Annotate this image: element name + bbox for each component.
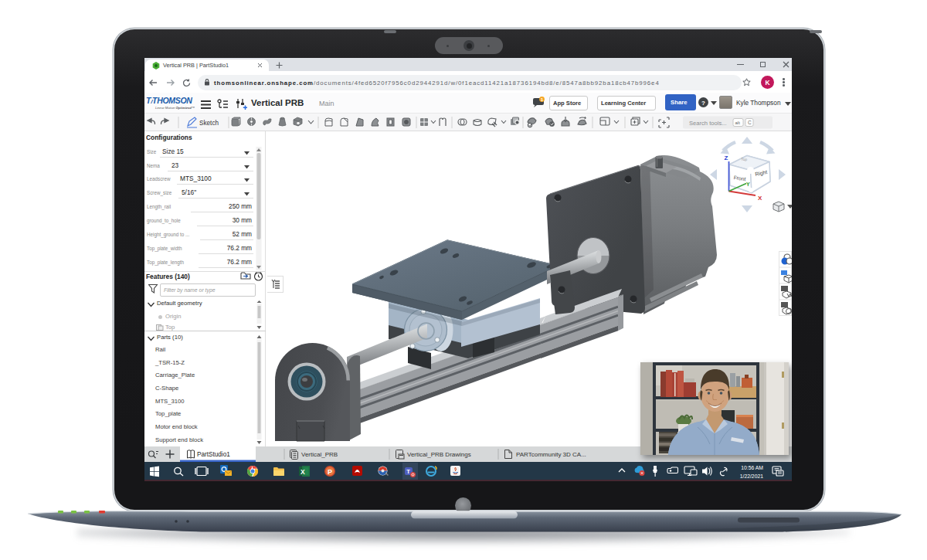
- svg-text:10:56 AM: 10:56 AM: [741, 465, 763, 470]
- svg-text:PartStudio1: PartStudio1: [197, 451, 230, 458]
- svg-text:Top: Top: [741, 157, 748, 162]
- svg-text:1: 1: [541, 97, 543, 102]
- svg-text:Y: Y: [746, 182, 750, 187]
- svg-text:1/22/2021: 1/22/2021: [740, 473, 763, 479]
- svg-text:Vertical_PRB: Vertical_PRB: [301, 451, 338, 458]
- svg-text:PARTcommunity 3D CA...: PARTcommunity 3D CA...: [516, 451, 586, 458]
- svg-text:alt: alt: [735, 120, 741, 125]
- svg-text:P: P: [328, 468, 332, 476]
- svg-text:Sketch: Sketch: [199, 120, 219, 127]
- svg-text:C: C: [748, 120, 752, 125]
- svg-text:Z: Z: [725, 154, 728, 161]
- svg-text:T: T: [406, 468, 410, 475]
- svg-text:X: X: [301, 468, 305, 476]
- svg-text:Vertical_PRB Drawings: Vertical_PRB Drawings: [407, 451, 471, 458]
- svg-text:Search tools...: Search tools...: [689, 120, 727, 127]
- svg-text:X: X: [758, 195, 762, 202]
